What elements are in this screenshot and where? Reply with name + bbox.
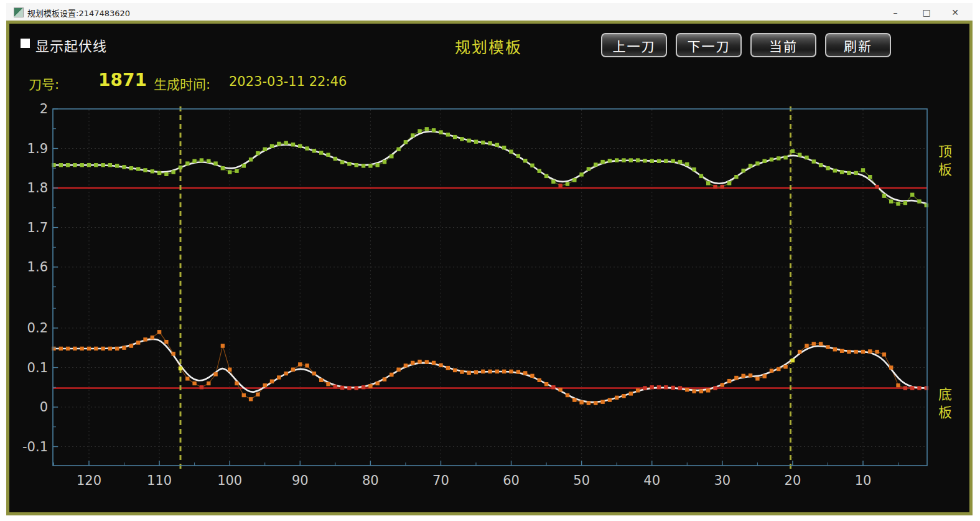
knife-no-value: 1871 [98, 70, 147, 90]
current-knife-button[interactable]: 当前 [750, 33, 816, 57]
app-icon [14, 7, 24, 17]
gen-time-value: 2023-03-11 22:46 [229, 74, 347, 89]
show-wave-checkbox[interactable] [21, 39, 30, 48]
screen: 规划模板设置:2147483620 – □ ✕ 1201101009080706… [0, 0, 980, 521]
refresh-button[interactable]: 刷新 [825, 33, 891, 57]
window-titlebar: 规划模板设置:2147483620 – □ ✕ [6, 3, 973, 21]
floor-side-label: 底板 [935, 387, 953, 423]
gen-time-label: 生成时间: [154, 74, 210, 93]
show-wave-checkbox-label: 显示起伏线 [35, 35, 107, 55]
minimize-icon[interactable]: – [885, 6, 906, 19]
page-title: 规划模板 [411, 35, 566, 57]
maximize-icon[interactable]: □ [916, 6, 937, 19]
roof-side-label: 顶板 [935, 144, 953, 181]
window-body [6, 21, 973, 515]
prev-knife-button[interactable]: 上一刀 [601, 33, 667, 57]
next-knife-button[interactable]: 下一刀 [676, 33, 742, 57]
window-title: 规划模板设置:2147483620 [27, 7, 130, 19]
knife-no-label: 刀号: [29, 74, 59, 93]
close-icon[interactable]: ✕ [945, 6, 966, 19]
